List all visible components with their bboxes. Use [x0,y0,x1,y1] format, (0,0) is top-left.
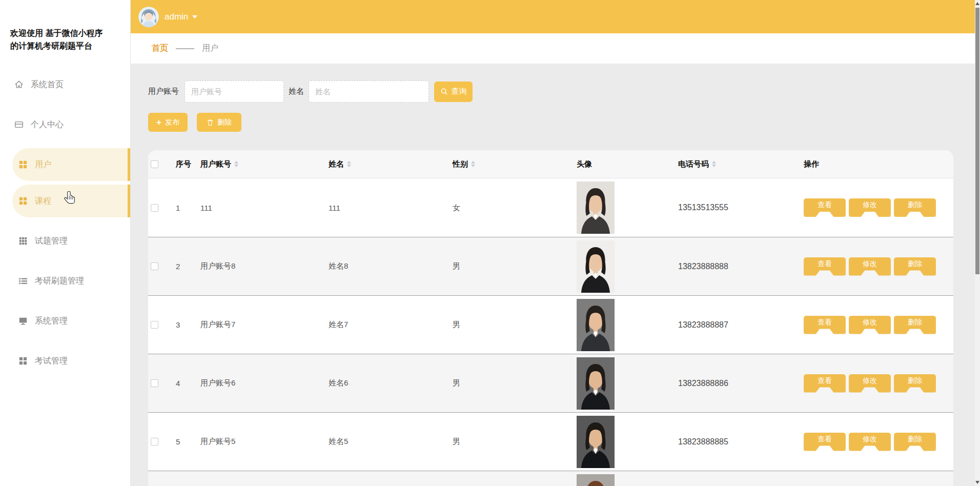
cell-gender: 女 [451,203,574,213]
monitor-icon [18,316,28,326]
content: 用户账号 姓名 查询 + 发布 删除 [131,64,975,486]
user-menu[interactable]: admin [165,12,197,22]
column-header-name[interactable]: 姓名 [325,159,451,169]
cell-account: 用户账号8 [197,261,325,271]
toolbar: + 发布 删除 [148,113,975,132]
sidebar-item-exam-practice-management[interactable]: 考研刷题管理 [0,261,130,301]
row-checkbox[interactable] [151,321,158,329]
view-button[interactable]: 查看 [804,374,846,393]
chevron-down-icon [192,15,197,18]
breadcrumb-home[interactable]: 首页 [152,43,168,54]
cell-account: 111 [197,204,325,212]
sort-icon[interactable] [471,161,475,167]
cell-name: 姓名7 [325,320,451,330]
page-scrollbar [975,0,980,486]
cell-phone: 13823888888 [676,262,802,271]
topbar: admin [131,0,975,33]
cell-avatar [574,240,676,293]
row-checkbox[interactable] [151,204,158,212]
user-photo [577,181,615,234]
edit-button[interactable]: 修改 [849,433,891,451]
sidebar-item-exam-management[interactable]: 考试管理 [0,341,130,381]
view-button[interactable]: 查看 [804,316,846,334]
sidebar-item-system-management[interactable]: 系统管理 [0,301,130,341]
sidebar-item-users[interactable]: 用户 [12,148,130,181]
account-input[interactable] [185,80,284,103]
remove-button[interactable]: 删除 [894,198,936,217]
cell-gender: 男 [451,378,574,388]
column-header-avatar: 头像 [574,159,676,169]
view-button[interactable]: 查看 [804,198,846,217]
sidebar-item-label: 个人中心 [31,119,64,130]
cell-account: 用户账号5 [197,437,325,447]
row-checkbox[interactable] [151,379,158,387]
sidebar-nav: 系统首页 个人中心 用户 课程 试题管理 [0,65,130,381]
sidebar-item-label: 试题管理 [35,236,68,247]
plus-icon: + [156,118,161,127]
search-icon [440,88,448,95]
table-row: 查看 修改 删除 [148,471,953,486]
table-row: 1 111 111 女 13513513555 查看 修改 删除 [148,178,953,237]
grid-icon [18,159,28,170]
row-actions: 查看 修改 删除 [804,316,936,334]
edit-button[interactable]: 修改 [849,257,891,276]
cell-phone: 13823888885 [676,437,802,447]
column-header-account[interactable]: 用户账号 [197,159,325,169]
sidebar-item-label: 用户 [35,159,51,170]
row-checkbox[interactable] [151,438,158,445]
cell-avatar [574,357,676,410]
cell-avatar [574,181,676,234]
scroll-down-arrow[interactable] [975,481,979,484]
sidebar-item-label: 系统管理 [35,316,68,327]
sidebar-item-courses[interactable]: 课程 [12,185,130,217]
table-row: 5 用户账号5 姓名5 男 13823888885 查看 修改 删除 [148,412,953,471]
sidebar: 欢迎使用 基于微信小程序的计算机考研刷题平台 系统首页 个人中心 用户 课程 [0,0,131,486]
remove-button[interactable]: 删除 [894,374,936,393]
publish-button[interactable]: + 发布 [148,113,188,132]
home-icon [14,79,24,90]
breadcrumb: 首页 用户 [131,33,975,64]
cell-name: 111 [325,204,451,212]
delete-button[interactable]: 删除 [197,113,241,132]
search-button[interactable]: 查询 [434,82,473,102]
sidebar-item-personal-center[interactable]: 个人中心 [0,105,130,145]
cell-name: 姓名8 [325,261,451,271]
scroll-up-arrow[interactable] [975,2,979,5]
name-input[interactable] [309,80,429,103]
breadcrumb-separator [176,48,194,49]
sidebar-item-system-home[interactable]: 系统首页 [0,65,130,105]
grid9-icon [18,236,28,246]
user-avatar[interactable] [138,7,159,27]
column-header-gender[interactable]: 性别 [451,159,574,169]
edit-button[interactable]: 修改 [849,198,891,217]
filter-row: 用户账号 姓名 查询 [148,80,975,103]
list-icon [18,276,28,286]
scrollbar-thumb[interactable] [975,8,979,274]
cell-account: 用户账号7 [197,320,325,330]
row-actions: 查看 修改 删除 [804,198,936,217]
app-title: 欢迎使用 基于微信小程序的计算机考研刷题平台 [10,27,108,52]
main-area: admin 首页 用户 用户账号 姓名 查询 + 发布 [131,0,975,486]
sort-icon[interactable] [712,161,716,167]
select-all-checkbox[interactable] [151,160,158,168]
panel-icon [14,119,24,130]
column-header-phone[interactable]: 电话号码 [676,159,802,169]
remove-button[interactable]: 删除 [894,433,936,451]
remove-button[interactable]: 删除 [894,316,936,334]
row-actions: 查看 修改 删除 [804,257,936,276]
remove-button[interactable]: 删除 [894,257,936,276]
users-table: 序号 用户账号 姓名 性别 头像 电话号码 [148,150,953,486]
view-button[interactable]: 查看 [804,433,846,451]
edit-button[interactable]: 修改 [849,316,891,334]
sidebar-item-question-management[interactable]: 试题管理 [0,221,130,261]
row-checkbox[interactable] [151,262,158,270]
cell-name: 姓名6 [325,378,451,388]
sort-icon[interactable] [347,161,351,167]
column-header-actions: 操作 [802,159,953,169]
table-body: 1 111 111 女 13513513555 查看 修改 删除 2 用户账 [148,178,953,486]
edit-button[interactable]: 修改 [849,374,891,393]
cell-account: 用户账号6 [197,378,325,388]
view-button[interactable]: 查看 [804,257,846,276]
sort-icon[interactable] [234,161,238,167]
cell-gender: 男 [451,437,574,447]
